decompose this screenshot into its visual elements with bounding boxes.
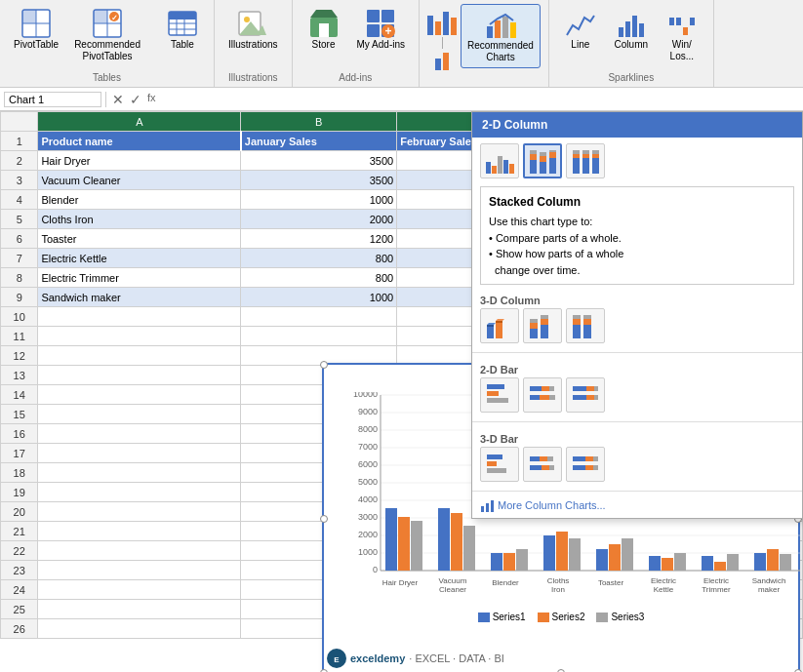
svg-rect-130 (530, 329, 538, 338)
bar-stacked-btn[interactable] (523, 377, 562, 413)
recommended-pivot-button[interactable]: ✓ RecommendedPivotTables (68, 4, 146, 66)
pivot-table-button[interactable]: PivotTable (8, 4, 64, 55)
col-header-b[interactable]: B (241, 112, 397, 132)
empty-cell-r18-c0[interactable] (38, 463, 241, 483)
resize-handle-ml[interactable] (320, 515, 328, 523)
name-box[interactable]: Chart 1 (4, 92, 101, 107)
cell-r4-c1[interactable]: 1000 (241, 190, 397, 210)
svg-rect-151 (573, 386, 586, 391)
svg-rect-112 (549, 158, 556, 174)
clustered-column-btn[interactable] (480, 143, 519, 178)
empty-cell-r26-c0[interactable] (38, 619, 241, 639)
cell-r6-c0[interactable]: Toaster (38, 229, 241, 249)
svg-text:Cloths: Cloths (547, 576, 570, 585)
table-button[interactable]: Table (159, 4, 206, 55)
empty-cell-r23-c0[interactable] (38, 561, 241, 580)
empty-cell-r16-c0[interactable] (38, 424, 241, 444)
row-header-22: 22 (1, 541, 38, 561)
illustrations-button[interactable]: Illustrations (222, 4, 284, 55)
cell-r3-c1[interactable]: 3500 (241, 171, 397, 190)
empty-cell-r13-c0[interactable] (38, 366, 241, 385)
empty-cell-r11-c0[interactable] (38, 327, 241, 346)
formula-input[interactable] (162, 93, 799, 106)
cell-r3-c0[interactable]: Vacuum Cleaner (38, 171, 241, 190)
empty-cell-r21-c0[interactable] (38, 522, 241, 541)
empty-cell-r20-c0[interactable] (38, 502, 241, 522)
svg-rect-109 (540, 162, 546, 174)
svg-rect-87 (780, 554, 791, 571)
cell-r7-c0[interactable]: Electric Kettle (38, 249, 241, 268)
column-sparkline-icon (616, 8, 647, 39)
empty-cell-r17-c0[interactable] (38, 444, 241, 463)
bar-clustered-btn[interactable] (480, 377, 519, 413)
column-sparkline-button[interactable]: Column (608, 4, 655, 55)
svg-rect-128 (496, 321, 502, 323)
cell-r1-c0[interactable]: Product name (38, 132, 241, 151)
3d-bar-stacked-btn[interactable] (523, 447, 562, 482)
empty-cell-r22-c0[interactable] (38, 541, 241, 561)
svg-rect-163 (530, 465, 542, 470)
svg-rect-111 (540, 152, 546, 156)
3d-bar-clustered-btn[interactable] (480, 447, 519, 482)
row-header-8: 8 (1, 268, 38, 288)
empty-cell-r15-c0[interactable] (38, 405, 241, 424)
empty-cell-r12-c0[interactable] (38, 346, 241, 366)
cell-r8-c0[interactable]: Electric Trimmer (38, 268, 241, 288)
sparklines-items: Line Column (557, 4, 705, 70)
winloss-sparkline-button[interactable]: Win/Los... (659, 4, 705, 66)
cell-r5-c1[interactable]: 2000 (241, 210, 397, 229)
cell-r6-c1[interactable]: 1200 (241, 229, 397, 249)
cell-r7-c1[interactable]: 800 (241, 249, 397, 268)
svg-rect-159 (487, 468, 506, 473)
resize-handle-tl[interactable] (320, 361, 328, 369)
svg-text:Trimmer: Trimmer (702, 585, 731, 594)
empty-cell-r10-c0[interactable] (38, 307, 241, 327)
cell-r4-c0[interactable]: Blender (38, 190, 241, 210)
more-column-charts-link[interactable]: More Column Charts... (472, 494, 802, 518)
svg-rect-116 (573, 154, 580, 158)
empty-cell-r25-c0[interactable] (38, 600, 241, 619)
empty-cell-r10-c1[interactable] (241, 307, 397, 327)
bar-100stacked-btn[interactable] (566, 377, 605, 413)
cell-r5-c0[interactable]: Cloths Iron (38, 210, 241, 229)
row-header-15: 15 (1, 405, 38, 424)
100stacked-column-btn[interactable] (566, 143, 605, 178)
ribbon-group-tables: PivotTable ✓ RecommendedPivotTables (0, 0, 215, 87)
tooltip-line-3: • Show how parts of a whole (489, 246, 785, 262)
recommended-charts-button[interactable]: RecommendedCharts (461, 4, 541, 68)
col-header-a[interactable]: A (38, 112, 241, 132)
stacked-column-btn[interactable] (523, 143, 562, 178)
cell-r2-c1[interactable]: 3500 (241, 151, 397, 171)
formula-cancel-icon[interactable]: ✕ (110, 92, 126, 107)
3d-stacked-column-btn[interactable] (523, 308, 562, 343)
empty-cell-r14-c0[interactable] (38, 385, 241, 405)
store-button[interactable]: Store (301, 4, 347, 55)
illustrations-items: Illustrations (222, 4, 284, 70)
row-header-19: 19 (1, 483, 38, 502)
svg-rect-1 (22, 10, 36, 23)
formula-confirm-icon[interactable]: ✓ (128, 92, 143, 107)
3d-100stacked-column-btn[interactable] (566, 308, 605, 343)
cell-r9-c0[interactable]: Sandwich maker (38, 288, 241, 307)
formula-insert-icon[interactable]: fx (145, 92, 158, 107)
cell-r1-c1[interactable]: January Sales (241, 132, 397, 151)
cell-r8-c1[interactable]: 800 (241, 268, 397, 288)
3d-bar-100stacked-btn[interactable] (566, 447, 605, 482)
cell-r2-c0[interactable]: Hair Dryer (38, 151, 241, 171)
empty-cell-r19-c0[interactable] (38, 483, 241, 502)
svg-rect-168 (593, 456, 598, 461)
svg-rect-140 (583, 319, 591, 325)
cell-r9-c1[interactable]: 1000 (241, 288, 397, 307)
row-header-24: 24 (1, 580, 38, 600)
svg-text:✓: ✓ (111, 14, 118, 22)
empty-cell-r24-c0[interactable] (38, 580, 241, 600)
row-header-25: 25 (1, 600, 38, 619)
svg-rect-167 (585, 456, 593, 461)
chart-legend: Series1 Series2 Series3 (324, 610, 798, 624)
empty-cell-r11-c1[interactable] (241, 327, 397, 346)
my-addins-button[interactable]: + My Add-ins (351, 4, 411, 55)
illustrations-icon (237, 8, 268, 39)
3d-clustered-column-btn[interactable] (480, 308, 519, 343)
row-header-26: 26 (1, 619, 38, 639)
line-sparkline-button[interactable]: Line (557, 4, 604, 55)
